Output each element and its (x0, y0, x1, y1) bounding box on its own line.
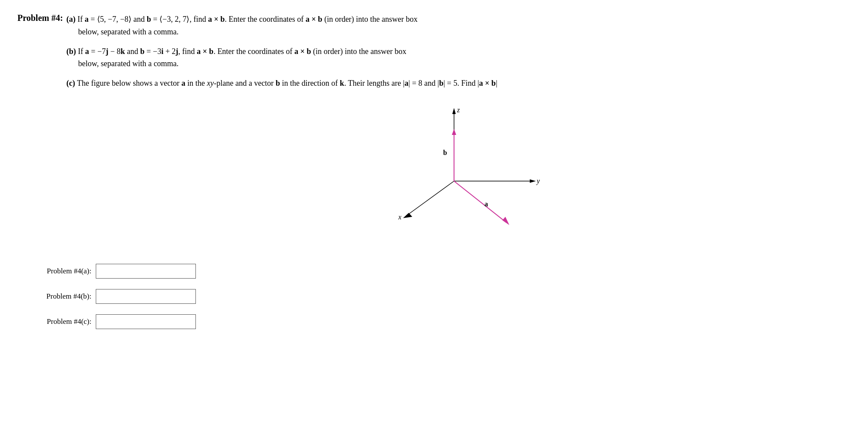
answer-input-c[interactable] (96, 314, 196, 329)
b-var-c: b (276, 79, 280, 87)
svg-line-8 (454, 181, 506, 222)
answer-input-b[interactable] (96, 289, 196, 304)
b-var-b: b (140, 47, 145, 56)
svg-marker-3 (530, 179, 536, 183)
xy-plane: xy (207, 79, 214, 87)
a-var-c: a (182, 79, 185, 87)
answer-input-a[interactable] (96, 264, 196, 279)
axb-a: a × b (208, 15, 225, 24)
part-a-label: (a) (67, 15, 76, 24)
j-var-b2: j (176, 47, 178, 56)
answer-label-c: Problem #4(c): (17, 317, 91, 326)
part-c: (c) The figure below shows a vector a in… (67, 77, 851, 90)
y-axis-label: y (536, 177, 540, 185)
part-b: (b) If a = −7j − 8k and b = −3i + 2j, fi… (67, 45, 851, 71)
answer-label-a: Problem #4(a): (17, 267, 91, 276)
b-abs-c: b (439, 79, 444, 87)
b-vector-label: b (443, 149, 447, 156)
problem-label: Problem #4: (17, 13, 63, 23)
j-var-b: j (106, 47, 108, 56)
k-var-c: k (340, 79, 344, 87)
k-var-b: k (121, 47, 125, 56)
svg-marker-9 (502, 217, 509, 225)
svg-marker-1 (452, 108, 456, 114)
part-a: (a) If a = ⟨5, −7, −8⟩ and b = ⟨−3, 2, 7… (67, 13, 851, 38)
i-var-b: i (161, 47, 163, 56)
axb-b2: a × b (294, 47, 311, 56)
b-var-a: b (147, 15, 151, 24)
svg-line-4 (406, 181, 454, 216)
answer-label-b: Problem #4(b): (17, 292, 91, 301)
answer-section: Problem #4(a): Problem #4(b): Problem #4… (17, 264, 851, 329)
axb-c: a × b (479, 79, 496, 87)
answer-row-c: Problem #4(c): (17, 314, 851, 329)
vector-figure: z y x b (367, 98, 550, 238)
axb-a2: a × b (306, 15, 322, 24)
z-axis-label: z (457, 106, 460, 114)
a-var-a: a (85, 15, 89, 24)
answer-row-b: Problem #4(b): (17, 289, 851, 304)
svg-marker-5 (403, 213, 412, 218)
a-vector-label: a (484, 200, 488, 208)
axb-b: a × b (197, 47, 213, 56)
part-b-label: (b) (67, 47, 76, 56)
part-c-label: (c) (67, 79, 75, 87)
answer-row-a: Problem #4(a): (17, 264, 851, 279)
svg-marker-7 (452, 129, 456, 135)
x-axis-label: x (398, 213, 401, 221)
a-abs-c: a (404, 79, 408, 87)
a-var-b: a (85, 47, 89, 56)
